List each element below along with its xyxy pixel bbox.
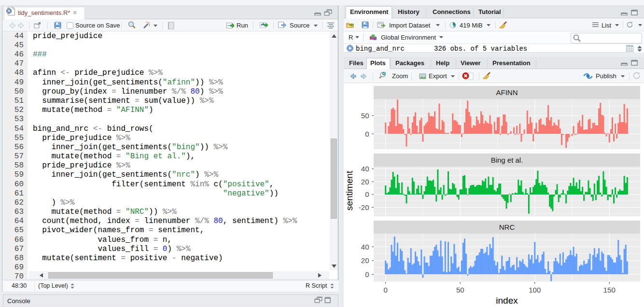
svg-text:20: 20 [361, 178, 369, 186]
svg-text:NRC: NRC [499, 223, 515, 231]
svg-text:Bing et al.: Bing et al. [491, 156, 523, 164]
svg-text:0: 0 [365, 270, 369, 279]
svg-text:150: 150 [603, 286, 616, 294]
svg-text:sentiment: sentiment [344, 170, 354, 210]
svg-text:AFINN: AFINN [496, 88, 518, 97]
svg-text:0: 0 [365, 130, 369, 138]
svg-text:40: 40 [361, 165, 369, 173]
svg-text:50: 50 [361, 112, 369, 120]
svg-text:40: 40 [361, 243, 369, 251]
svg-text:index: index [496, 295, 518, 306]
svg-text:20: 20 [361, 256, 369, 265]
svg-text:50: 50 [456, 286, 464, 294]
svg-text:-20: -20 [359, 203, 369, 211]
svg-text:0: 0 [384, 286, 388, 294]
svg-text:100: 100 [529, 286, 541, 294]
svg-text:0: 0 [365, 190, 369, 198]
